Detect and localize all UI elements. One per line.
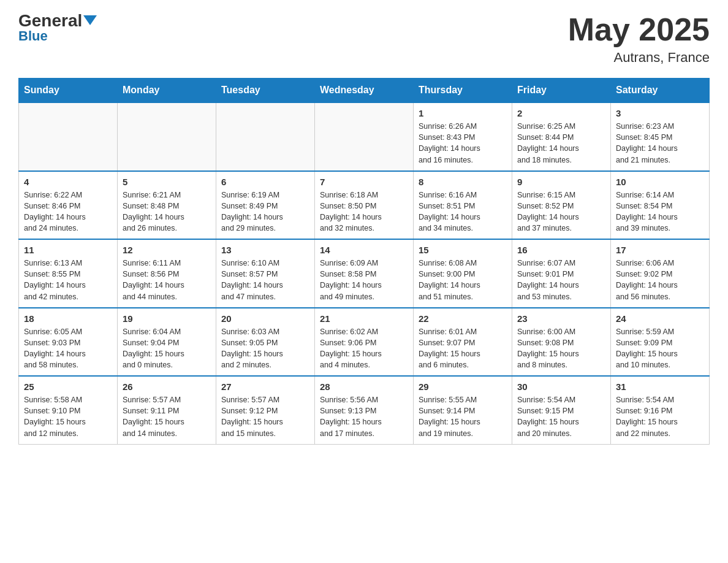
week-row-1: 1Sunrise: 6:26 AMSunset: 8:43 PMDaylight… [19, 102, 710, 171]
day-number: 28 [320, 381, 408, 392]
day-number: 9 [517, 177, 605, 187]
day-info: Sunrise: 5:57 AMSunset: 9:11 PMDaylight:… [123, 394, 211, 439]
day-info: Sunrise: 6:02 AMSunset: 9:06 PMDaylight:… [320, 326, 408, 371]
day-info: Sunrise: 6:04 AMSunset: 9:04 PMDaylight:… [123, 326, 211, 371]
day-number: 26 [123, 381, 211, 392]
day-info: Sunrise: 5:56 AMSunset: 9:13 PMDaylight:… [320, 394, 408, 439]
calendar-cell: 21Sunrise: 6:02 AMSunset: 9:06 PMDayligh… [315, 308, 414, 377]
day-info: Sunrise: 6:05 AMSunset: 9:03 PMDaylight:… [24, 326, 112, 371]
calendar-cell: 12Sunrise: 6:11 AMSunset: 8:56 PMDayligh… [118, 239, 216, 308]
day-number: 31 [616, 381, 704, 392]
calendar-cell: 11Sunrise: 6:13 AMSunset: 8:55 PMDayligh… [19, 239, 118, 308]
logo: General Blue [18, 12, 97, 44]
calendar-cell: 19Sunrise: 6:04 AMSunset: 9:04 PMDayligh… [118, 308, 216, 377]
logo-blue: Blue [18, 28, 48, 44]
day-info: Sunrise: 5:58 AMSunset: 9:10 PMDaylight:… [24, 394, 112, 439]
col-wednesday: Wednesday [315, 79, 414, 103]
day-info: Sunrise: 6:01 AMSunset: 9:07 PMDaylight:… [419, 326, 507, 371]
week-row-5: 25Sunrise: 5:58 AMSunset: 9:10 PMDayligh… [19, 376, 710, 444]
day-info: Sunrise: 6:21 AMSunset: 8:48 PMDaylight:… [123, 190, 211, 234]
day-info: Sunrise: 5:54 AMSunset: 9:15 PMDaylight:… [517, 394, 605, 439]
day-info: Sunrise: 6:13 AMSunset: 8:55 PMDaylight:… [24, 258, 112, 302]
col-tuesday: Tuesday [216, 79, 315, 103]
calendar-cell: 9Sunrise: 6:15 AMSunset: 8:52 PMDaylight… [512, 171, 611, 240]
calendar-cell: 27Sunrise: 5:57 AMSunset: 9:12 PMDayligh… [216, 376, 315, 444]
calendar-cell: 28Sunrise: 5:56 AMSunset: 9:13 PMDayligh… [315, 376, 414, 444]
calendar-cell [19, 102, 118, 171]
day-number: 14 [320, 245, 408, 255]
calendar-table: Sunday Monday Tuesday Wednesday Thursday… [18, 78, 710, 445]
day-info: Sunrise: 6:15 AMSunset: 8:52 PMDaylight:… [517, 190, 605, 234]
day-info: Sunrise: 5:57 AMSunset: 9:12 PMDaylight:… [221, 394, 309, 439]
calendar-cell [216, 102, 315, 171]
calendar-cell: 23Sunrise: 6:00 AMSunset: 9:08 PMDayligh… [512, 308, 611, 377]
location-subtitle: Autrans, France [568, 50, 710, 66]
day-number: 19 [123, 313, 211, 324]
day-info: Sunrise: 6:00 AMSunset: 9:08 PMDaylight:… [517, 326, 605, 371]
day-info: Sunrise: 6:03 AMSunset: 9:05 PMDaylight:… [221, 326, 309, 371]
day-number: 2 [517, 108, 605, 118]
calendar-cell: 24Sunrise: 5:59 AMSunset: 9:09 PMDayligh… [611, 308, 710, 377]
day-info: Sunrise: 6:08 AMSunset: 9:00 PMDaylight:… [419, 258, 507, 302]
week-row-3: 11Sunrise: 6:13 AMSunset: 8:55 PMDayligh… [19, 239, 710, 308]
calendar-cell: 18Sunrise: 6:05 AMSunset: 9:03 PMDayligh… [19, 308, 118, 377]
day-number: 6 [221, 177, 309, 187]
day-number: 12 [123, 245, 211, 255]
day-info: Sunrise: 6:23 AMSunset: 8:45 PMDaylight:… [616, 121, 704, 166]
calendar-cell: 14Sunrise: 6:09 AMSunset: 8:58 PMDayligh… [315, 239, 414, 308]
calendar-cell: 20Sunrise: 6:03 AMSunset: 9:05 PMDayligh… [216, 308, 315, 377]
calendar-cell: 25Sunrise: 5:58 AMSunset: 9:10 PMDayligh… [19, 376, 118, 444]
calendar-cell: 1Sunrise: 6:26 AMSunset: 8:43 PMDaylight… [414, 102, 512, 171]
calendar-cell: 17Sunrise: 6:06 AMSunset: 9:02 PMDayligh… [611, 239, 710, 308]
week-row-2: 4Sunrise: 6:22 AMSunset: 8:46 PMDaylight… [19, 171, 710, 240]
calendar-cell: 8Sunrise: 6:16 AMSunset: 8:51 PMDaylight… [414, 171, 512, 240]
day-info: Sunrise: 6:09 AMSunset: 8:58 PMDaylight:… [320, 258, 408, 302]
month-year-title: May 2025 [568, 12, 710, 47]
col-saturday: Saturday [611, 79, 710, 103]
day-number: 18 [24, 313, 112, 324]
page-header: General Blue May 2025 Autrans, France [18, 12, 710, 66]
day-number: 17 [616, 245, 704, 255]
day-number: 8 [419, 177, 507, 187]
day-info: Sunrise: 6:11 AMSunset: 8:56 PMDaylight:… [123, 258, 211, 302]
day-info: Sunrise: 6:26 AMSunset: 8:43 PMDaylight:… [419, 121, 507, 166]
day-info: Sunrise: 6:19 AMSunset: 8:49 PMDaylight:… [221, 190, 309, 234]
calendar-cell: 31Sunrise: 5:54 AMSunset: 9:16 PMDayligh… [611, 376, 710, 444]
calendar-cell: 26Sunrise: 5:57 AMSunset: 9:11 PMDayligh… [118, 376, 216, 444]
calendar-cell: 22Sunrise: 6:01 AMSunset: 9:07 PMDayligh… [414, 308, 512, 377]
day-number: 3 [616, 108, 704, 118]
day-number: 11 [24, 245, 112, 255]
day-info: Sunrise: 6:07 AMSunset: 9:01 PMDaylight:… [517, 258, 605, 302]
logo-triangle-icon [83, 15, 97, 25]
day-number: 7 [320, 177, 408, 187]
day-number: 30 [517, 381, 605, 392]
day-number: 27 [221, 381, 309, 392]
title-block: May 2025 Autrans, France [568, 12, 710, 66]
calendar-cell: 15Sunrise: 6:08 AMSunset: 9:00 PMDayligh… [414, 239, 512, 308]
calendar-cell: 4Sunrise: 6:22 AMSunset: 8:46 PMDaylight… [19, 171, 118, 240]
svg-marker-0 [83, 15, 97, 25]
day-number: 5 [123, 177, 211, 187]
col-sunday: Sunday [19, 79, 118, 103]
calendar-cell: 3Sunrise: 6:23 AMSunset: 8:45 PMDaylight… [611, 102, 710, 171]
day-info: Sunrise: 6:22 AMSunset: 8:46 PMDaylight:… [24, 190, 112, 234]
calendar-cell: 30Sunrise: 5:54 AMSunset: 9:15 PMDayligh… [512, 376, 611, 444]
week-row-4: 18Sunrise: 6:05 AMSunset: 9:03 PMDayligh… [19, 308, 710, 377]
day-number: 23 [517, 313, 605, 324]
day-info: Sunrise: 5:54 AMSunset: 9:16 PMDaylight:… [616, 394, 704, 439]
calendar-cell: 5Sunrise: 6:21 AMSunset: 8:48 PMDaylight… [118, 171, 216, 240]
calendar-cell: 2Sunrise: 6:25 AMSunset: 8:44 PMDaylight… [512, 102, 611, 171]
calendar-cell: 13Sunrise: 6:10 AMSunset: 8:57 PMDayligh… [216, 239, 315, 308]
calendar-cell: 7Sunrise: 6:18 AMSunset: 8:50 PMDaylight… [315, 171, 414, 240]
day-info: Sunrise: 5:59 AMSunset: 9:09 PMDaylight:… [616, 326, 704, 371]
day-info: Sunrise: 6:06 AMSunset: 9:02 PMDaylight:… [616, 258, 704, 302]
day-number: 24 [616, 313, 704, 324]
calendar-cell [315, 102, 414, 171]
day-info: Sunrise: 6:16 AMSunset: 8:51 PMDaylight:… [419, 190, 507, 234]
day-info: Sunrise: 5:55 AMSunset: 9:14 PMDaylight:… [419, 394, 507, 439]
day-number: 21 [320, 313, 408, 324]
day-info: Sunrise: 6:25 AMSunset: 8:44 PMDaylight:… [517, 121, 605, 166]
day-number: 10 [616, 177, 704, 187]
day-info: Sunrise: 6:10 AMSunset: 8:57 PMDaylight:… [221, 258, 309, 302]
day-number: 13 [221, 245, 309, 255]
